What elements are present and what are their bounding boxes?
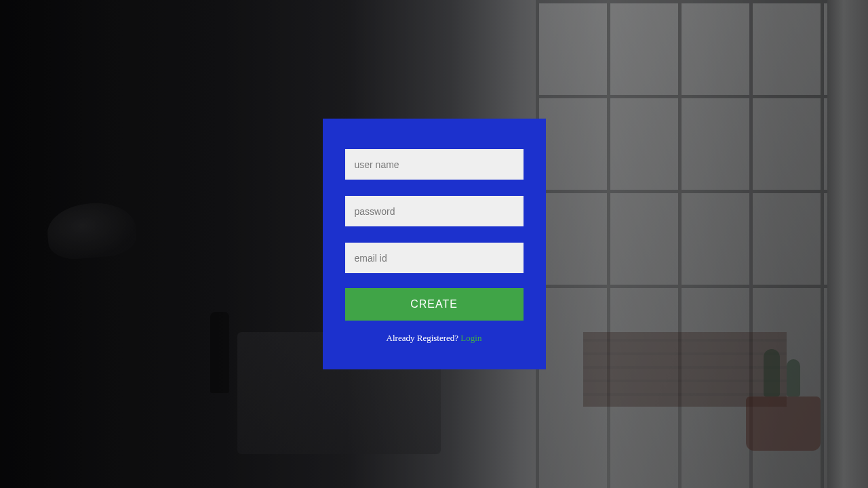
username-input[interactable] [345,149,524,180]
footer-text: Already Registered? Login [345,333,524,344]
email-input[interactable] [345,243,524,273]
password-input[interactable] [345,196,524,226]
signup-card: CREATE Already Registered? Login [323,119,546,369]
create-button[interactable]: CREATE [345,288,524,321]
login-link[interactable]: Login [460,333,481,343]
already-registered-label: Already Registered? [387,333,461,343]
